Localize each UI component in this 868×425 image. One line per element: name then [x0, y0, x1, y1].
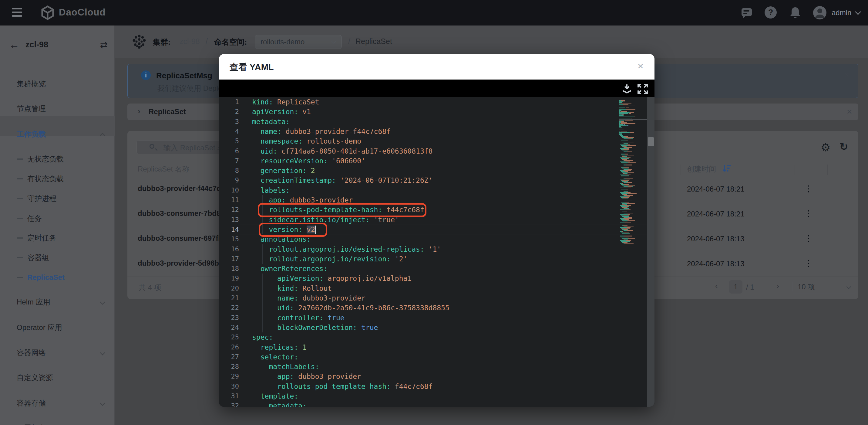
- minimap-row: [619, 242, 647, 243]
- line-content: rollout.argoproj.io/desired-replicas: '1…: [252, 244, 441, 254]
- namespace-select[interactable]: rollouts-demo: [255, 35, 342, 49]
- line-content: creationTimestamp: '2024-06-07T10:21:26Z…: [252, 175, 432, 185]
- sidebar-item-Operator 应用[interactable]: Operator 应用: [0, 320, 115, 335]
- line-number: 18: [219, 264, 239, 274]
- sidebar-item-工作负载[interactable]: 工作负载: [0, 126, 115, 142]
- alert-close-icon[interactable]: ×: [844, 69, 849, 80]
- sidebar-item-label: 容器网络: [17, 345, 46, 361]
- download-icon[interactable]: [621, 83, 633, 95]
- minimap-row: [619, 222, 647, 222]
- minimap-row: [619, 165, 647, 165]
- accordion-close-icon[interactable]: ×: [847, 107, 852, 117]
- help-icon[interactable]: ?: [765, 6, 777, 19]
- minimap-row: [619, 164, 647, 164]
- pagination-current-page[interactable]: 1: [729, 280, 742, 293]
- sidebar-item-Helm 应用[interactable]: Helm 应用: [0, 294, 115, 310]
- minimap-row: [619, 157, 647, 158]
- sidebar-item-集群概览[interactable]: 集群概览: [0, 76, 115, 92]
- minimap-row: [619, 111, 647, 112]
- line-number: 17: [219, 254, 239, 264]
- sidebar-item-节点管理[interactable]: 节点管理: [0, 101, 115, 117]
- row-actions-kebab-icon[interactable]: ⋮: [804, 258, 813, 268]
- sidebar-item-配置与密钥[interactable]: 配置与密钥: [0, 420, 115, 425]
- admin-username[interactable]: admin: [832, 8, 851, 17]
- sidebar-item-有状态负载[interactable]: 有状态负载: [0, 171, 115, 187]
- replicaset-name[interactable]: dubbo3-consumer-697fb: [138, 234, 223, 243]
- breadcrumb-cluster-value[interactable]: zcl-98: [180, 37, 200, 46]
- admin-chevron-down-icon[interactable]: [855, 9, 861, 15]
- creation-time: 2024-06-07 18:13: [687, 235, 745, 243]
- dash-icon: [17, 178, 23, 179]
- row-actions-kebab-icon[interactable]: ⋮: [804, 233, 813, 244]
- minimap-row: [619, 169, 647, 170]
- line-number: 2: [219, 107, 239, 117]
- minimap-row: [619, 151, 647, 152]
- pagination-next-icon[interactable]: ›: [776, 281, 779, 291]
- sidebar-item-自定义资源[interactable]: 自定义资源: [0, 370, 115, 386]
- replicaset-name[interactable]: dubbo3-consumer-7bd8: [138, 209, 220, 218]
- minimap-row: [619, 214, 647, 214]
- back-arrow-icon[interactable]: ←: [9, 39, 20, 51]
- sidebar-item-容器存储[interactable]: 容器存储: [0, 395, 115, 411]
- sidebar-item-ReplicaSet[interactable]: ReplicaSet: [0, 270, 115, 285]
- minimap-row: [619, 220, 647, 221]
- minimap-row: [619, 123, 647, 124]
- creation-time: 2024-06-07 18:21: [687, 185, 745, 193]
- minimap-row: [619, 188, 647, 188]
- yaml-line-10: 10 labels:: [219, 186, 647, 195]
- minimap-row: [619, 228, 647, 229]
- line-content: spec:: [252, 333, 273, 342]
- hamburger-menu-icon[interactable]: [12, 8, 22, 18]
- line-number: 12: [219, 205, 239, 215]
- minimap-row: [619, 125, 647, 126]
- notification-bell-icon[interactable]: [789, 6, 801, 20]
- breadcrumb: 集群: zcl-98 / 命名空间: rollouts-demo / Repli…: [115, 26, 868, 58]
- yaml-code-editor[interactable]: 1kind: ReplicaSet2apiVersion: v13metadat…: [219, 97, 654, 407]
- yaml-line-8: 8 generation: 2: [219, 166, 647, 175]
- sidebar-item-任务[interactable]: 任务: [0, 211, 115, 226]
- top-navbar: DaoCloud ? admin: [0, 0, 868, 26]
- fullscreen-expand-icon[interactable]: [637, 83, 648, 95]
- sidebar-item-容器组[interactable]: 容器组: [0, 250, 115, 266]
- table-settings-gear-icon[interactable]: ⚙: [821, 141, 830, 154]
- yaml-line-9: 9 creationTimestamp: '2024-06-07T10:21:2…: [219, 175, 647, 185]
- cluster-switch-icon[interactable]: ⇄: [100, 39, 108, 50]
- line-content: resourceVersion: '606600': [252, 156, 366, 166]
- line-number: 9: [219, 175, 239, 185]
- sort-descending-icon[interactable]: [722, 164, 732, 173]
- replicaset-name[interactable]: dubbo3-provider-f44c7c: [138, 184, 220, 193]
- pagination-prev-icon[interactable]: ‹: [715, 281, 718, 291]
- line-content: replicas: 1: [252, 342, 307, 352]
- minimap-row: [619, 227, 647, 228]
- minimap-row: [619, 155, 647, 155]
- line-number: 28: [219, 362, 239, 372]
- line-number: 19: [219, 274, 239, 283]
- replicaset-name[interactable]: dubbo3-provider-5d96b: [138, 259, 219, 267]
- sidebar-item-label: 配置与密钥: [17, 420, 53, 425]
- column-header-name[interactable]: ReplicaSet 名称: [138, 164, 190, 174]
- sidebar-item-容器网络[interactable]: 容器网络: [0, 345, 115, 361]
- sidebar-cluster-name: zcl-98: [26, 40, 48, 50]
- sidebar-item-定时任务[interactable]: 定时任务: [0, 230, 115, 246]
- editor-scrollbar-thumb[interactable]: [648, 137, 654, 146]
- minimap-row: [619, 171, 647, 172]
- minimap-row: [619, 133, 647, 134]
- line-number: 20: [219, 284, 239, 293]
- row-actions-kebab-icon[interactable]: ⋮: [804, 208, 813, 219]
- line-number: 32: [219, 401, 239, 407]
- minimap-row: [619, 170, 647, 171]
- minimap-row: [619, 105, 647, 105]
- modal-close-icon[interactable]: ×: [638, 60, 644, 72]
- sidebar-item-label: 自定义资源: [17, 370, 53, 386]
- row-actions-kebab-icon[interactable]: ⋮: [804, 183, 813, 194]
- table-refresh-icon[interactable]: ↻: [839, 141, 848, 153]
- editor-minimap[interactable]: [619, 97, 647, 407]
- avatar[interactable]: [813, 6, 827, 20]
- sidebar-item-守护进程[interactable]: 守护进程: [0, 191, 115, 206]
- creation-time: 2024-06-07 18:13: [687, 260, 745, 268]
- page-size-select[interactable]: 10 项: [793, 280, 856, 294]
- column-header-time[interactable]: 创建时间: [687, 164, 716, 174]
- sidebar-item-无状态负载[interactable]: 无状态负载: [0, 151, 115, 167]
- message-icon[interactable]: [741, 7, 753, 19]
- line-number: 1: [219, 97, 239, 107]
